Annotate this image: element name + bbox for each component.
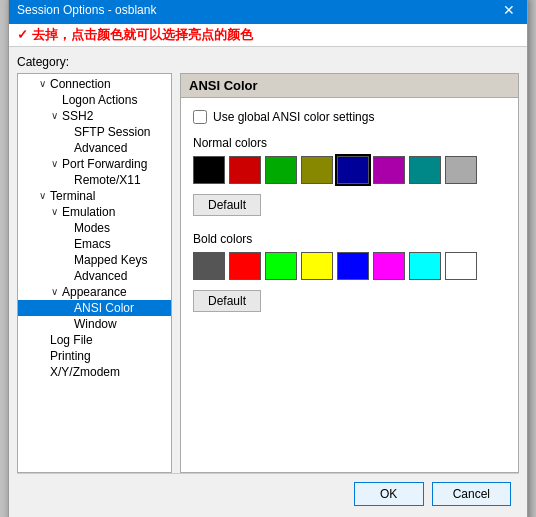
tree-item-printing[interactable]: Printing	[18, 348, 171, 364]
normal-color-olive[interactable]	[301, 156, 333, 184]
bold-color-blue[interactable]	[337, 252, 369, 280]
tree-item-window[interactable]: Window	[18, 316, 171, 332]
tree-item-ansi-color[interactable]: ANSI Color	[18, 300, 171, 316]
bold-color-darkgray[interactable]	[193, 252, 225, 280]
global-color-label: Use global ANSI color settings	[213, 110, 374, 124]
normal-color-grid	[193, 156, 506, 184]
tree-item-ssh2[interactable]: ∨ SSH2	[18, 108, 171, 124]
normal-color-gray[interactable]	[445, 156, 477, 184]
panel-title: ANSI Color	[181, 74, 518, 98]
bottom-bar: OK Cancel	[17, 473, 519, 514]
bold-colors-label: Bold colors	[193, 232, 506, 246]
tree-item-connection[interactable]: ∨ Connection	[18, 76, 171, 92]
tree-item-modes[interactable]: Modes	[18, 220, 171, 236]
tree-label-adv-term: Advanced	[74, 269, 127, 283]
tree-label-emulation: Emulation	[62, 205, 115, 219]
tree-label-port: Port Forwarding	[62, 157, 147, 171]
tree-label-ansi: ANSI Color	[74, 301, 134, 315]
tree-item-mapped-keys[interactable]: Mapped Keys	[18, 252, 171, 268]
tree-label-printing: Printing	[50, 349, 91, 363]
normal-color-magenta[interactable]	[373, 156, 405, 184]
bold-color-yellow[interactable]	[301, 252, 333, 280]
tree-panel: ∨ Connection Logon Actions ∨ SSH2 SFTP S…	[17, 73, 172, 473]
tree-label-modes: Modes	[74, 221, 110, 235]
expander-appearance: ∨	[46, 286, 62, 297]
annotation-bar: ✓ 去掉，点击颜色就可以选择亮点的颜色	[9, 24, 527, 47]
bold-color-green[interactable]	[265, 252, 297, 280]
tree-item-remote-x11[interactable]: Remote/X11	[18, 172, 171, 188]
tree-label-emacs: Emacs	[74, 237, 111, 251]
bold-color-magenta[interactable]	[373, 252, 405, 280]
normal-color-red[interactable]	[229, 156, 261, 184]
bold-color-cyan[interactable]	[409, 252, 441, 280]
expander-ssh2: ∨	[46, 110, 62, 121]
ok-button[interactable]: OK	[354, 482, 424, 506]
tree-label-window: Window	[74, 317, 117, 331]
tree-item-emacs[interactable]: Emacs	[18, 236, 171, 252]
tree-label-log: Log File	[50, 333, 93, 347]
tree-label-terminal: Terminal	[50, 189, 95, 203]
global-color-checkbox-row: Use global ANSI color settings	[193, 110, 506, 124]
tree-item-sftp[interactable]: SFTP Session	[18, 124, 171, 140]
panel-body: Use global ANSI color settings Normal co…	[181, 98, 518, 472]
tree-label-remote: Remote/X11	[74, 173, 141, 187]
bold-default-button[interactable]: Default	[193, 290, 261, 312]
tree-item-xyzmodem[interactable]: X/Y/Zmodem	[18, 364, 171, 380]
normal-color-black[interactable]	[193, 156, 225, 184]
title-bar: Session Options - osblank ✕	[9, 0, 527, 24]
tree-item-advanced-term[interactable]: Advanced	[18, 268, 171, 284]
tree-label-adv-conn: Advanced	[74, 141, 127, 155]
right-panel: ANSI Color Use global ANSI color setting…	[180, 73, 519, 473]
global-color-checkbox[interactable]	[193, 110, 207, 124]
bold-color-red[interactable]	[229, 252, 261, 280]
tree-item-emulation[interactable]: ∨ Emulation	[18, 204, 171, 220]
tree-label-logon: Logon Actions	[62, 93, 137, 107]
content-area: Category: ∨ Connection Logon Actions ∨ S…	[9, 47, 527, 518]
expander-emulation: ∨	[46, 206, 62, 217]
cancel-button[interactable]: Cancel	[432, 482, 511, 506]
normal-color-green[interactable]	[265, 156, 297, 184]
normal-colors-label: Normal colors	[193, 136, 506, 150]
tree-item-logon-actions[interactable]: Logon Actions	[18, 92, 171, 108]
bold-section: Bold colors Default	[193, 232, 506, 312]
tree-label-connection: Connection	[50, 77, 111, 91]
normal-color-cyan[interactable]	[409, 156, 441, 184]
normal-color-blue[interactable]	[337, 156, 369, 184]
tree-item-log-file[interactable]: Log File	[18, 332, 171, 348]
close-button[interactable]: ✕	[499, 0, 519, 20]
tree-item-terminal[interactable]: ∨ Terminal	[18, 188, 171, 204]
tree-label-xyz: X/Y/Zmodem	[50, 365, 120, 379]
main-panel: ∨ Connection Logon Actions ∨ SSH2 SFTP S…	[17, 73, 519, 473]
session-options-window: Session Options - osblank ✕ ✓ 去掉，点击颜色就可以…	[8, 0, 528, 517]
expander-terminal: ∨	[34, 190, 50, 201]
normal-default-button[interactable]: Default	[193, 194, 261, 216]
window-title: Session Options - osblank	[17, 3, 156, 17]
tree-label-ssh2: SSH2	[62, 109, 93, 123]
tree-item-port-forwarding[interactable]: ∨ Port Forwarding	[18, 156, 171, 172]
expander-connection: ∨	[34, 78, 50, 89]
tree-item-appearance[interactable]: ∨ Appearance	[18, 284, 171, 300]
tree-label-sftp: SFTP Session	[74, 125, 150, 139]
tree-item-advanced-conn[interactable]: Advanced	[18, 140, 171, 156]
category-label: Category:	[17, 55, 519, 69]
bold-color-grid	[193, 252, 506, 280]
bold-color-white[interactable]	[445, 252, 477, 280]
expander-port: ∨	[46, 158, 62, 169]
tree-label-mapped: Mapped Keys	[74, 253, 147, 267]
annotation-text: ✓ 去掉，点击颜色就可以选择亮点的颜色	[17, 27, 253, 42]
tree-label-appearance: Appearance	[62, 285, 127, 299]
